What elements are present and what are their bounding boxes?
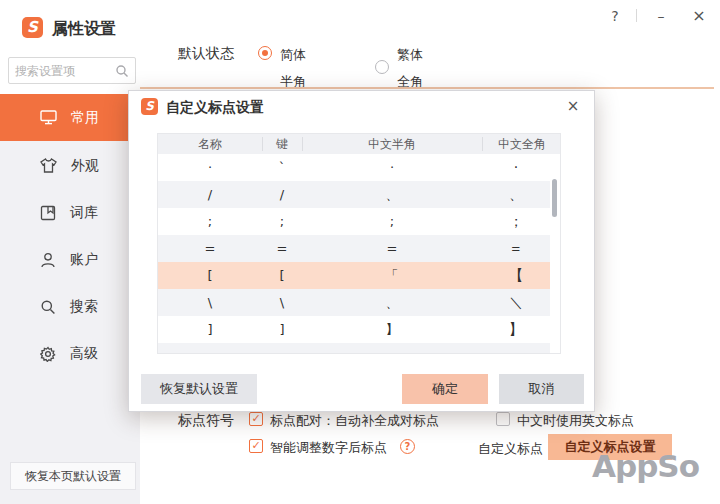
- sidebar-item-label: 高级: [70, 345, 98, 363]
- col-header-name: 名称: [158, 134, 262, 154]
- table-row[interactable]: · ` · ·: [158, 154, 550, 181]
- dialog-close-icon[interactable]: ×: [564, 97, 582, 115]
- cell-name: ;: [158, 208, 262, 235]
- sidebar-item-account[interactable]: 账户: [0, 236, 140, 283]
- table-row[interactable]: \ \ 、 ＼: [158, 289, 550, 316]
- search-icon: [115, 64, 129, 78]
- sidebar: S 属性设置 常用 外观 词库: [0, 0, 140, 504]
- radio-simplified[interactable]: [258, 46, 272, 60]
- col-header-key: 键: [262, 134, 302, 154]
- default-state-label: 默认状态: [178, 45, 234, 63]
- cell-half: 】: [302, 316, 482, 343]
- app-logo-icon: S: [22, 17, 43, 38]
- close-button[interactable]: ×: [690, 7, 708, 25]
- help-button[interactable]: ?: [606, 7, 624, 25]
- cell-key: ;: [262, 208, 302, 235]
- cell-name: ·: [158, 154, 262, 181]
- sidebar-item-advanced[interactable]: 高级: [0, 330, 140, 377]
- dialog-logo-icon: S: [141, 98, 158, 115]
- search-input[interactable]: [15, 64, 115, 78]
- cell-half: 、: [302, 181, 482, 208]
- punctuation-label: 标点符号: [178, 412, 234, 430]
- table-row[interactable]: / / 、 、: [158, 181, 550, 208]
- col-header-fullwidth: 中文全角: [482, 134, 561, 154]
- cell-half: ·: [302, 154, 482, 181]
- cell-key: `: [262, 154, 302, 181]
- table-row-partial: [158, 343, 550, 354]
- cell-full: 、: [482, 181, 550, 208]
- settings-search-box[interactable]: [8, 57, 136, 84]
- search-icon: [40, 299, 56, 315]
- table-row[interactable]: ] ] 】 】: [158, 316, 550, 343]
- cell-full: ；: [482, 208, 550, 235]
- help-circle-icon[interactable]: ?: [400, 439, 415, 454]
- custom-punct-label: 自定义标点: [478, 440, 543, 458]
- sidebar-item-label: 外观: [71, 157, 99, 175]
- ok-button[interactable]: 确定: [402, 374, 488, 404]
- table-row[interactable]: ; ; ; ；: [158, 208, 550, 235]
- minimize-button[interactable]: –: [652, 7, 670, 25]
- section-divider: [140, 87, 714, 89]
- sidebar-item-label: 常用: [71, 109, 99, 127]
- cell-name: [: [158, 262, 262, 289]
- monitor-icon: [40, 110, 57, 125]
- cell-half: ;: [302, 208, 482, 235]
- cell-full: ＝: [482, 235, 550, 262]
- table-row[interactable]: = = = ＝: [158, 235, 550, 262]
- sidebar-item-label: 搜索: [70, 298, 98, 316]
- cell-name: /: [158, 181, 262, 208]
- restore-defaults-button[interactable]: 恢复默认设置: [141, 374, 257, 404]
- sidebar-item-common[interactable]: 常用: [0, 94, 140, 141]
- cell-name: ]: [158, 316, 262, 343]
- checkbox-english-punct[interactable]: ✓: [496, 412, 510, 426]
- checkbox-smart-adjust-label: 智能调整数字后标点: [270, 439, 387, 457]
- radio-traditional-label: 繁体: [397, 46, 423, 64]
- checkbox-smart-adjust[interactable]: ✓: [249, 439, 263, 453]
- dialog-title: 自定义标点设置: [166, 99, 264, 117]
- table-header-row: 名称 键 中文半角 中文全角: [158, 134, 560, 154]
- cell-half: 「: [302, 262, 482, 289]
- titlebar-divider: [636, 9, 637, 22]
- punctuation-table: 名称 键 中文半角 中文全角 · ` · · / / 、 、 ;: [157, 133, 561, 354]
- dictionary-icon: [40, 205, 56, 221]
- cell-name: \: [158, 289, 262, 316]
- cell-half: =: [302, 235, 482, 262]
- sidebar-item-search[interactable]: 搜索: [0, 283, 140, 330]
- radio-simplified-label: 简体: [280, 46, 306, 64]
- table-scrollbar[interactable]: [552, 179, 557, 217]
- cell-half: 、: [302, 289, 482, 316]
- cell-key: ]: [262, 316, 302, 343]
- cell-key: [: [262, 262, 302, 289]
- cell-full: ＼: [482, 289, 550, 316]
- appso-watermark: AppSo: [592, 448, 699, 484]
- cell-key: /: [262, 181, 302, 208]
- cell-key: =: [262, 235, 302, 262]
- window-title: 属性设置: [52, 19, 116, 40]
- sidebar-item-label: 词库: [70, 204, 98, 222]
- table-row-selected[interactable]: [ [ 「 【: [158, 262, 550, 289]
- sidebar-item-appearance[interactable]: 外观: [0, 142, 140, 189]
- checkbox-punct-pairing[interactable]: ✓: [249, 412, 263, 426]
- sidebar-item-label: 账户: [70, 251, 98, 269]
- checkbox-english-punct-label: 中文时使用英文标点: [517, 412, 634, 430]
- cancel-button[interactable]: 取消: [499, 374, 584, 404]
- restore-page-defaults-button[interactable]: 恢复本页默认设置: [10, 462, 136, 490]
- sidebar-item-dictionary[interactable]: 词库: [0, 189, 140, 236]
- cell-key: \: [262, 289, 302, 316]
- gear-icon: [40, 346, 56, 362]
- radio-traditional[interactable]: [375, 60, 389, 74]
- user-icon: [40, 252, 56, 268]
- cell-full: 】: [482, 316, 550, 343]
- cell-full: 【: [482, 262, 550, 289]
- tshirt-icon: [40, 158, 57, 173]
- cell-name: =: [158, 235, 262, 262]
- col-header-halfwidth: 中文半角: [302, 134, 482, 154]
- properties-window: ? – × S 属性设置 常用 外观: [0, 0, 720, 504]
- custom-punctuation-dialog: S 自定义标点设置 × 名称 键 中文半角 中文全角 · ` · · / /: [128, 90, 595, 412]
- cell-full: ·: [482, 154, 550, 181]
- checkbox-punct-pairing-label: 标点配对：自动补全成对标点: [270, 412, 439, 430]
